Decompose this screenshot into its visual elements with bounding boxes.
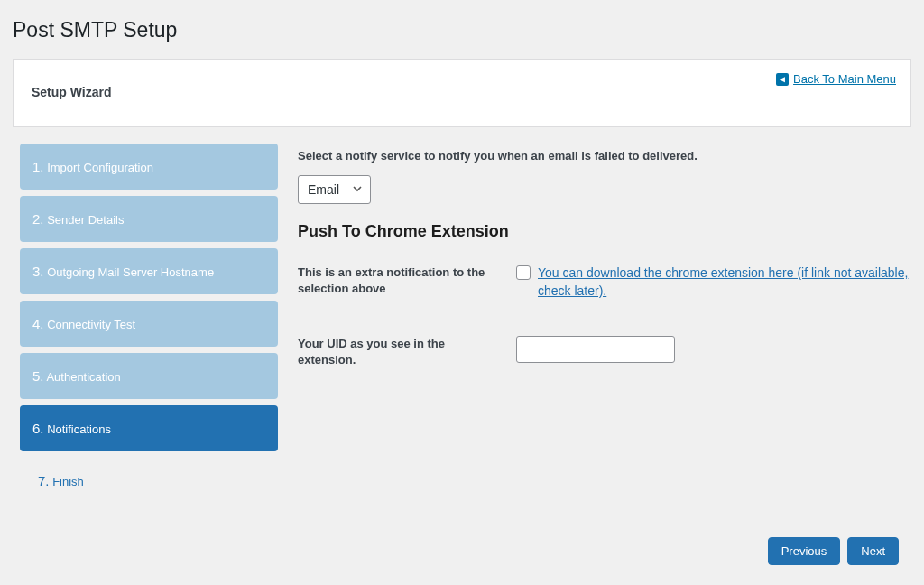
wizard-card: Setup Wizard ◄ Back To Main Menu xyxy=(13,59,911,127)
card-title: Setup Wizard xyxy=(32,85,892,99)
notify-service-value: Email xyxy=(308,182,339,197)
extra-notification-label: This is an extra notification to the sel… xyxy=(298,265,489,300)
uid-input[interactable] xyxy=(516,336,675,363)
section-title: Push To Chrome Extension xyxy=(298,222,911,241)
instruction-text: Select a notify service to notify you wh… xyxy=(298,149,911,162)
step-sender-details[interactable]: 2. Sender Details xyxy=(20,196,278,242)
step-import-configuration[interactable]: 1. Import Configuration xyxy=(20,144,278,190)
back-arrow-icon: ◄ xyxy=(776,73,789,86)
step-connectivity-test[interactable]: 4. Connectivity Test xyxy=(20,301,278,347)
back-to-main-menu-link[interactable]: ◄ Back To Main Menu xyxy=(776,72,896,86)
wizard-footer: Previous Next xyxy=(768,537,899,565)
chevron-down-icon xyxy=(352,182,363,197)
next-button[interactable]: Next xyxy=(847,537,899,565)
main-content: Select a notify service to notify you wh… xyxy=(298,144,911,510)
page-title: Post SMTP Setup xyxy=(13,18,911,42)
chrome-extension-checkbox[interactable] xyxy=(516,265,531,280)
step-outgoing-hostname[interactable]: 3. Outgoing Mail Server Hostname xyxy=(20,248,278,294)
notify-service-select[interactable]: Email xyxy=(298,175,371,204)
back-link-label: Back To Main Menu xyxy=(793,72,896,86)
uid-label: Your UID as you see in the extension. xyxy=(298,336,489,368)
download-extension-link[interactable]: You can download the chrome extension he… xyxy=(538,265,911,300)
wizard-steps-sidebar: 1. Import Configuration 2. Sender Detail… xyxy=(13,144,278,510)
step-notifications[interactable]: 6. Notifications xyxy=(20,405,278,451)
step-authentication[interactable]: 5. Authentication xyxy=(20,353,278,399)
previous-button[interactable]: Previous xyxy=(768,537,841,565)
step-finish[interactable]: 7. Finish xyxy=(20,458,278,504)
